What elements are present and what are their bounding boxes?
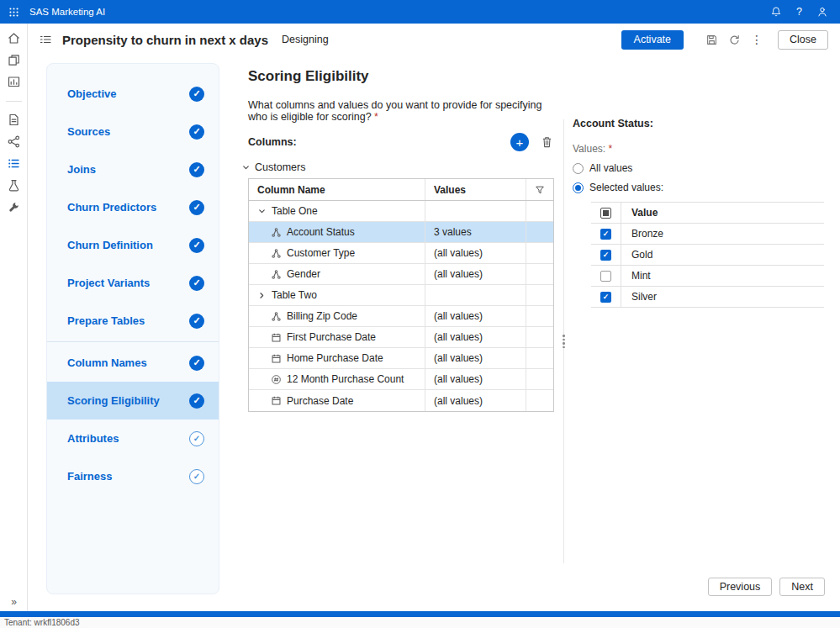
close-button[interactable]: Close	[778, 30, 828, 50]
value-row-gold[interactable]: Gold	[591, 245, 824, 266]
value-row-silver[interactable]: Silver	[591, 287, 824, 308]
tenant-label: Tenant: wrkfl1806d3	[4, 618, 80, 627]
date-column-icon	[271, 395, 282, 406]
apps-grid-icon[interactable]	[8, 7, 19, 18]
add-columns-button[interactable]	[510, 133, 529, 151]
values-table: Value Bronze Gold Mint Silver	[591, 202, 824, 308]
sidebar-item-project-variants[interactable]: Project Variants	[47, 264, 219, 302]
check-icon	[189, 162, 204, 177]
column-row-billing-zip-code[interactable]: Billing Zip Code (all values)	[249, 306, 553, 327]
check-icon	[189, 124, 204, 140]
check-icon	[189, 200, 204, 215]
numeric-column-icon	[271, 374, 282, 385]
checkbox[interactable]	[600, 271, 611, 282]
help-icon[interactable]: ?	[796, 6, 802, 18]
sidebar-item-fairness[interactable]: Fairness	[47, 457, 219, 495]
column-row-gender[interactable]: Gender (all values)	[249, 264, 553, 285]
sidebar-item-prepare-tables[interactable]: Prepare Tables	[47, 302, 219, 340]
project-toolbar: Propensity to churn in next x days Desig…	[29, 24, 840, 55]
check-icon	[189, 469, 204, 484]
toc-menu-icon[interactable]	[39, 33, 52, 46]
category-column-icon	[271, 227, 282, 238]
values-header: Values	[434, 184, 466, 196]
columns-table: Column Name Values Table One Account Sta…	[248, 178, 554, 412]
page-title: Scoring Eligibility	[248, 68, 555, 85]
check-icon	[189, 393, 204, 409]
sidebar-item-attributes[interactable]: Attributes	[47, 420, 219, 457]
tenant-bar: Tenant: wrkfl1806d3	[0, 617, 840, 628]
copy-pages-icon[interactable]	[7, 53, 21, 67]
home-icon[interactable]	[7, 31, 21, 45]
date-column-icon	[271, 332, 282, 343]
value-row-mint[interactable]: Mint	[591, 266, 824, 287]
check-icon	[189, 276, 204, 291]
required-marker: *	[374, 111, 378, 123]
left-icon-rail: »	[0, 24, 28, 611]
column-row-account-status[interactable]: Account Status 3 values	[249, 222, 553, 243]
columns-label: Columns:	[248, 136, 297, 148]
document-icon[interactable]	[7, 113, 21, 127]
app-window: SAS Marketing AI ? Propensity to churn i…	[0, 0, 840, 628]
rail-divider	[6, 101, 22, 102]
column-row-12-month-purchase-count[interactable]: 12 Month Purchase Count (all values)	[249, 369, 553, 390]
sidebar-item-column-names[interactable]: Column Names	[47, 344, 219, 382]
values-label: Values: *	[573, 143, 825, 155]
steps-list-icon[interactable]	[7, 156, 21, 171]
next-button[interactable]: Next	[779, 578, 825, 596]
column-row-purchase-date[interactable]: Purchase Date (all values)	[249, 390, 553, 411]
category-column-icon	[271, 311, 282, 322]
tree-node-customers[interactable]: Customers	[241, 161, 555, 173]
checkbox[interactable]	[600, 229, 611, 240]
flask-icon[interactable]	[7, 178, 21, 193]
group-row-table-one[interactable]: Table One	[249, 201, 553, 222]
checkbox[interactable]	[600, 292, 611, 303]
select-all-checkbox[interactable]	[600, 208, 611, 219]
more-options-icon[interactable]: ⋮	[751, 33, 763, 46]
trash-icon[interactable]	[541, 135, 555, 150]
value-header: Value	[631, 207, 658, 219]
sidebar-item-objective[interactable]: Objective	[47, 75, 219, 113]
wrench-icon[interactable]	[7, 200, 21, 214]
refresh-icon[interactable]	[728, 34, 741, 46]
sidebar-item-churn-predictors[interactable]: Churn Predictors	[47, 188, 219, 226]
sidebar-item-joins[interactable]: Joins	[47, 150, 219, 188]
splitter-handle-icon[interactable]	[561, 335, 567, 348]
project-status: Designing	[282, 34, 329, 45]
sidebar-item-churn-definition[interactable]: Churn Definition	[47, 226, 219, 264]
group-row-table-two[interactable]: Table Two	[249, 285, 553, 306]
chevron-right-icon[interactable]	[257, 291, 267, 300]
radio-icon[interactable]	[573, 163, 584, 174]
bottom-accent-bar	[0, 611, 840, 617]
question-text: What columns and values do you want to p…	[248, 99, 555, 123]
check-icon	[189, 431, 204, 446]
check-icon	[189, 87, 204, 102]
chevron-down-icon[interactable]	[257, 207, 267, 216]
column-row-first-purchase-date[interactable]: First Purchase Date (all values)	[249, 327, 553, 348]
expand-rail-icon[interactable]: »	[0, 595, 28, 609]
dashboard-icon[interactable]	[7, 75, 21, 89]
values-table-header: Value	[591, 203, 824, 224]
save-icon[interactable]	[705, 34, 718, 46]
checkbox[interactable]	[600, 250, 611, 261]
sidebar-item-sources[interactable]: Sources	[47, 113, 219, 150]
radio-all-values[interactable]: All values	[573, 162, 825, 174]
activate-button[interactable]: Activate	[621, 30, 684, 50]
previous-button[interactable]: Previous	[708, 578, 773, 596]
column-row-customer-type[interactable]: Customer Type (all values)	[249, 243, 553, 264]
table-header-row: Column Name Values	[249, 179, 553, 201]
pipeline-icon[interactable]	[7, 135, 21, 149]
filter-icon[interactable]	[535, 185, 545, 195]
radio-icon[interactable]	[573, 182, 584, 193]
required-marker: *	[608, 143, 612, 155]
radio-selected-values[interactable]: Selected values:	[573, 182, 825, 193]
category-column-icon	[271, 269, 282, 280]
value-row-bronze[interactable]: Bronze	[591, 224, 824, 245]
check-icon	[189, 356, 204, 371]
main-content: Scoring Eligibility What columns and val…	[241, 63, 555, 412]
sidebar-item-scoring-eligibility[interactable]: Scoring Eligibility	[47, 382, 219, 420]
check-icon	[189, 314, 204, 329]
chevron-down-icon	[241, 163, 251, 172]
notifications-bell-icon[interactable]	[770, 6, 782, 18]
column-row-home-purchase-date[interactable]: Home Purchase Date (all values)	[249, 348, 553, 369]
user-profile-icon[interactable]	[816, 6, 828, 18]
